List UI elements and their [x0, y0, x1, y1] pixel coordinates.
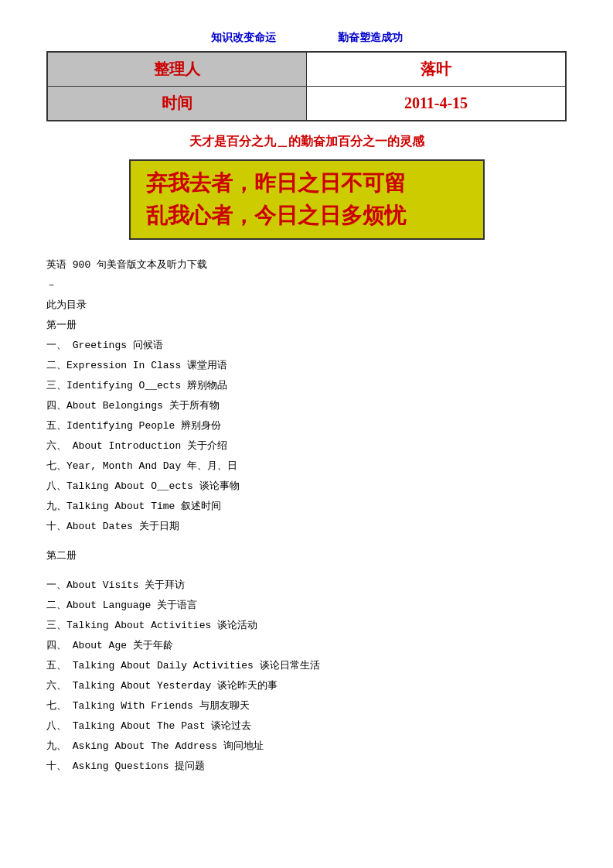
intro-line-1: 英语 900 句美音版文本及听力下载: [46, 255, 567, 275]
v1-item-6: 六、 About Introduction 关于介绍: [46, 436, 567, 456]
date-label: 时间: [47, 87, 307, 121]
organizer-label: 整理人: [47, 52, 307, 87]
v2-item-4: 四、 About Age 关于年龄: [46, 636, 567, 656]
v1-item-9: 九、Talking About Time 叙述时间: [46, 497, 567, 517]
v2-item-8: 八、 Talking About The Past 谈论过去: [46, 716, 567, 736]
v1-item-8: 八、Talking About O__ects 谈论事物: [46, 477, 567, 497]
slogan-right: 勤奋塑造成功: [338, 31, 403, 45]
intro-line-2: －: [46, 275, 567, 296]
highlight-line-2: 乱我心者，今日之日多烦忧: [146, 200, 468, 232]
volume1-title: 第一册: [46, 316, 567, 336]
v1-item-3: 三、Identifying O__ects 辨别物品: [46, 376, 567, 396]
table-row-date: 时间 2011-4-15: [47, 87, 566, 121]
top-slogans: 知识改变命运 勤奋塑造成功: [46, 31, 567, 45]
v1-item-1: 一、 Greetings 问候语: [46, 336, 567, 356]
v2-item-5: 五、 Talking About Daily Activities 谈论日常生活: [46, 656, 567, 676]
slogan-left: 知识改变命运: [211, 31, 276, 45]
intro-line-3: 此为目录: [46, 296, 567, 316]
volume2-title: 第二册: [46, 546, 567, 566]
v2-item-9: 九、 Asking About The Address 询问地址: [46, 736, 567, 757]
v1-item-7: 七、Year, Month And Day 年、月、日: [46, 456, 567, 477]
main-content: 英语 900 句美音版文本及听力下载 － 此为目录 第一册 一、 Greetin…: [46, 255, 567, 777]
info-table: 整理人 落叶 时间 2011-4-15: [46, 51, 567, 121]
v2-item-2: 二、About Language 关于语言: [46, 596, 567, 616]
organizer-value: 落叶: [307, 52, 567, 87]
v2-item-3: 三、Talking About Activities 谈论活动: [46, 616, 567, 636]
v1-item-2: 二、Expression In Class 课堂用语: [46, 356, 567, 376]
v2-item-1: 一、About Visits 关于拜访: [46, 576, 567, 596]
v1-item-5: 五、Identifying People 辨别身份: [46, 416, 567, 436]
highlight-box: 弃我去者，昨日之日不可留 乱我心者，今日之日多烦忧: [129, 159, 485, 240]
v2-item-10: 十、 Asking Questions 提问题: [46, 757, 567, 777]
v2-item-6: 六、 Talking About Yesterday 谈论昨天的事: [46, 676, 567, 696]
volume1-list: 一、 Greetings 问候语 二、Expression In Class 课…: [46, 336, 567, 537]
volume2-list: 一、About Visits 关于拜访 二、About Language 关于语…: [46, 576, 567, 777]
subtitle-line: 天才是百分之九＿的勤奋加百分之一的灵感: [46, 134, 567, 150]
v1-item-10: 十、About Dates 关于日期: [46, 517, 567, 537]
date-value: 2011-4-15: [307, 87, 567, 121]
table-row-organizer: 整理人 落叶: [47, 52, 566, 87]
v1-item-4: 四、About Belongings 关于所有物: [46, 396, 567, 416]
highlight-line-1: 弃我去者，昨日之日不可留: [146, 167, 468, 200]
v2-item-7: 七、 Talking With Friends 与朋友聊天: [46, 696, 567, 716]
